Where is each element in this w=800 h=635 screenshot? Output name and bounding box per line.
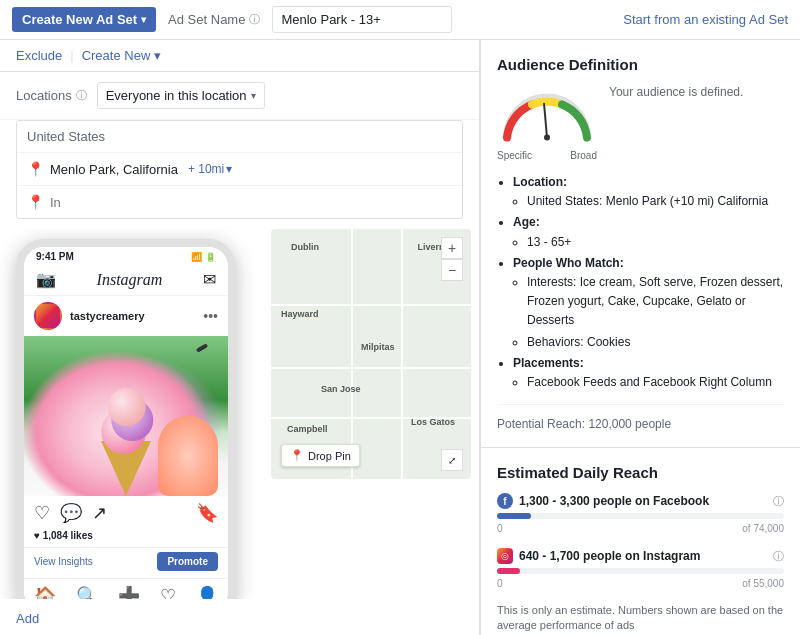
everyone-dropdown[interactable]: Everyone in this location ▾ (97, 82, 265, 109)
gauge-broad-label: Broad (570, 150, 597, 161)
map-city-label: Milpitas (361, 342, 395, 352)
ad-set-name-input[interactable] (272, 6, 452, 33)
svg-point-1 (544, 135, 550, 141)
send-icon[interactable]: ✉ (203, 270, 216, 289)
drop-pin-button[interactable]: 📍 Drop Pin (281, 444, 360, 467)
radius-caret: ▾ (226, 162, 232, 176)
phone-status-icons: 📶 🔋 (191, 252, 216, 262)
username-label: tastycreamery (70, 310, 195, 322)
gauge-container: Specific Broad Your audience is defined. (497, 85, 784, 161)
map-road (271, 304, 471, 306)
wifi-icon: 📶 (191, 252, 202, 262)
location-header: Location: (513, 175, 567, 189)
facebook-icon: f (497, 493, 513, 509)
avatar (34, 302, 62, 330)
instagram-header: 📷 Instagram ✉ (24, 266, 228, 296)
audience-definition-section: Audience Definition Spe (481, 40, 800, 448)
location-detail: United States: Menlo Park (+10 mi) Calif… (527, 192, 784, 211)
map-zoom-in-button[interactable]: + (441, 237, 463, 259)
ig-progress-bar-fill (497, 568, 520, 574)
potential-reach: Potential Reach: 120,000 people (497, 404, 784, 431)
audience-definition-title: Audience Definition (497, 56, 784, 73)
instagram-logo: Instagram (97, 271, 163, 289)
bookmark-icon[interactable]: 🔖 (196, 502, 218, 524)
fb-reach-text: 1,300 - 3,300 people on Facebook (519, 494, 709, 508)
action-bar: Exclude | Create New ▾ (0, 40, 479, 72)
create-new-link[interactable]: Create New ▾ (82, 48, 161, 63)
ig-range-start: 0 (497, 578, 503, 589)
comment-icon[interactable]: 💬 (60, 502, 82, 524)
map-expand-button[interactable]: ⤢ (441, 449, 463, 471)
locations-info-icon[interactable]: ⓘ (76, 88, 87, 103)
action-separator: | (70, 48, 73, 63)
profile-nav-icon[interactable]: 👤 (196, 585, 218, 599)
create-ad-set-button[interactable]: Create New Ad Set ▾ (12, 7, 156, 32)
top-bar: Create New Ad Set ▾ Ad Set Name ⓘ Start … (0, 0, 800, 40)
post-options-icon[interactable]: ••• (203, 308, 218, 324)
locations-row: Locations ⓘ Everyone in this location ▾ (0, 72, 479, 120)
like-icon[interactable]: ♡ (34, 502, 50, 524)
fb-range-labels: 0 of 74,000 (497, 523, 784, 534)
audience-defined-text: Your audience is defined. (609, 85, 784, 99)
estimated-title: Estimated Daily Reach (497, 464, 784, 481)
svg-line-0 (544, 104, 547, 138)
camera-icon[interactable]: 📷 (36, 270, 56, 289)
map-city-label: Campbell (287, 424, 328, 434)
fb-reach-info-icon[interactable]: ⓘ (773, 494, 784, 509)
phone-mockup: 9:41 PM 📶 🔋 📷 Instagram ✉ tastycreamery (16, 239, 236, 599)
audience-gauge (497, 85, 597, 145)
map-city-label: Dublin (291, 242, 319, 252)
ig-range-labels: 0 of 55,000 (497, 578, 784, 589)
start-from-link[interactable]: Start from an existing Ad Set (623, 12, 788, 27)
add-nav-icon[interactable]: ➕ (118, 585, 140, 599)
map-road (351, 229, 353, 479)
location-box: United States 📍 Menlo Park, California +… (16, 120, 463, 219)
location-country: United States (17, 121, 462, 153)
ad-set-name-label: Ad Set Name ⓘ (168, 12, 260, 27)
create-ad-set-caret: ▾ (141, 14, 146, 25)
ig-reach-text: 640 - 1,700 people on Instagram (519, 549, 700, 563)
fb-reach-header: f 1,300 - 3,300 people on Facebook ⓘ (497, 493, 784, 509)
location-radius[interactable]: + 10mi ▾ (188, 162, 232, 176)
gauge-specific-label: Specific (497, 150, 532, 161)
home-nav-icon[interactable]: 🏠 (34, 585, 56, 599)
share-icon[interactable]: ↗ (92, 502, 107, 524)
create-ad-set-label: Create New Ad Set (22, 12, 137, 27)
ig-likes-count: ♥ 1,084 likes (24, 530, 228, 545)
phone-map-container: Dublin Livermore Hayward Milpitas San Jo… (0, 229, 479, 599)
add-area: Add (0, 599, 479, 635)
ad-set-name-info-icon[interactable]: ⓘ (249, 12, 260, 27)
add-link[interactable]: Add (16, 611, 39, 626)
phone-status-bar: 9:41 PM 📶 🔋 (24, 247, 228, 266)
heart-nav-icon[interactable]: ♡ (160, 585, 176, 599)
drop-pin-icon: 📍 (290, 449, 304, 462)
gauge-labels: Specific Broad (497, 150, 597, 161)
battery-icon: 🔋 (205, 252, 216, 262)
location-search-input[interactable] (50, 195, 452, 210)
search-nav-icon[interactable]: 🔍 (76, 585, 98, 599)
ig-nav-bar: 🏠 🔍 ➕ ♡ 👤 (24, 578, 228, 599)
hand-element (158, 416, 218, 496)
map-road (271, 367, 471, 369)
exclude-link[interactable]: Exclude (16, 48, 62, 63)
ig-post-header: tastycreamery ••• (24, 296, 228, 336)
estimated-section: Estimated Daily Reach f 1,300 - 3,300 pe… (481, 448, 800, 635)
map-road (401, 229, 403, 479)
fb-range-start: 0 (497, 523, 503, 534)
age-detail: 13 - 65+ (527, 233, 784, 252)
behavior-detail: Behaviors: Cookies (527, 333, 784, 352)
interest-detail: Interests: Ice cream, Soft serve, Frozen… (527, 273, 784, 331)
location-pin-icon: 📍 (27, 161, 44, 177)
audience-details: Location: United States: Menlo Park (+10… (497, 173, 784, 392)
fb-range-end: of 74,000 (742, 523, 784, 534)
ig-promo-bar: View Insights Promote (24, 547, 228, 575)
map-zoom-out-button[interactable]: − (441, 259, 463, 281)
promote-button[interactable]: Promote (157, 552, 218, 571)
view-insights-link[interactable]: View Insights (34, 556, 149, 567)
gauge-wrapper: Specific Broad (497, 85, 597, 161)
map-city-label: San Jose (321, 384, 361, 394)
ig-range-end: of 55,000 (742, 578, 784, 589)
ig-reach-info-icon[interactable]: ⓘ (773, 549, 784, 564)
fb-reach-row: f 1,300 - 3,300 people on Facebook ⓘ 0 o… (497, 493, 784, 534)
location-city: 📍 Menlo Park, California + 10mi ▾ (17, 153, 462, 186)
